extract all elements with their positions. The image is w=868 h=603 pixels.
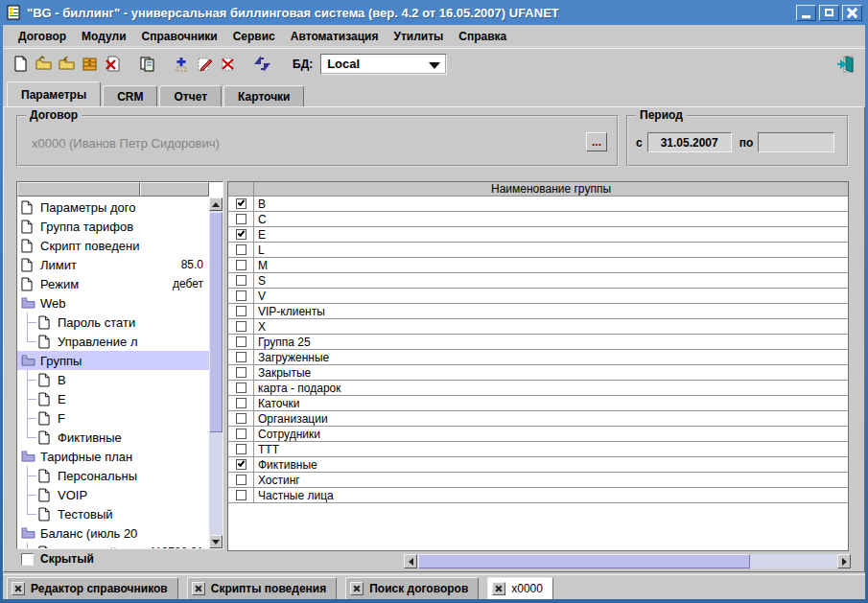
delete-record-button[interactable]	[216, 53, 239, 76]
task-tab[interactable]: х0000	[487, 577, 553, 599]
group-checkbox[interactable]	[236, 275, 246, 286]
group-checkbox[interactable]	[236, 352, 246, 362]
group-checkbox[interactable]	[236, 290, 246, 301]
table-row[interactable]: X	[228, 319, 848, 335]
add-record-button[interactable]	[170, 53, 193, 76]
group-checkbox[interactable]	[236, 306, 246, 316]
close-tab-button[interactable]	[12, 582, 25, 595]
tree-item[interactable]: Лимит85.0	[17, 255, 209, 274]
close-tab-button[interactable]	[492, 582, 505, 595]
menu-item[interactable]: Договор	[11, 30, 74, 43]
new-document-button[interactable]	[9, 53, 32, 76]
tree-item[interactable]: Тестовый	[17, 504, 209, 523]
tree-item[interactable]: Web	[17, 293, 209, 313]
tree-item[interactable]: Фиктивные	[17, 428, 209, 447]
table-row[interactable]: S	[228, 273, 848, 289]
tab-параметры[interactable]: Параметры	[7, 81, 101, 106]
table-row[interactable]: Организации	[228, 411, 848, 427]
table-row[interactable]: Фиктивные	[228, 457, 848, 473]
group-checkbox[interactable]	[236, 398, 246, 408]
scroll-down-button[interactable]	[209, 535, 223, 548]
tree-item[interactable]: Тарифные план	[17, 447, 209, 466]
table-horizontal-scrollbar[interactable]	[404, 554, 851, 568]
group-checkbox[interactable]	[236, 367, 246, 378]
menu-item[interactable]: Сервис	[225, 30, 283, 43]
tree-item[interactable]: Пароль стати	[17, 313, 209, 332]
table-row[interactable]: Загруженные	[228, 350, 848, 365]
menu-item[interactable]: Модули	[74, 30, 133, 43]
tree-item[interactable]: Группы	[17, 351, 209, 370]
group-name-column-header[interactable]: Наименование группы	[254, 182, 848, 196]
tree-item[interactable]: Группа тарифов	[17, 217, 209, 236]
db-combobox[interactable]: Local	[320, 54, 447, 75]
tree-item[interactable]: Скрипт поведени	[17, 236, 209, 255]
group-checkbox[interactable]	[236, 429, 246, 439]
group-checkbox[interactable]	[236, 459, 246, 470]
group-checkbox[interactable]	[236, 229, 246, 240]
tree-header-cell[interactable]	[140, 182, 209, 197]
table-row[interactable]: L	[228, 243, 848, 258]
close-button[interactable]	[842, 5, 862, 21]
scroll-left-button[interactable]	[404, 554, 417, 568]
edit-record-button[interactable]	[193, 53, 216, 76]
group-checkbox[interactable]	[236, 413, 246, 424]
table-row[interactable]: V	[228, 289, 848, 304]
group-checkbox[interactable]	[236, 383, 246, 393]
period-to-field[interactable]	[758, 132, 834, 152]
delete-document-button[interactable]	[101, 53, 124, 76]
period-from-field[interactable]: 31.05.2007	[647, 132, 732, 152]
tree-item[interactable]: E	[17, 389, 209, 408]
hidden-checkbox[interactable]	[21, 553, 34, 566]
table-row[interactable]: TTT	[228, 442, 848, 457]
table-row[interactable]: E	[228, 227, 848, 243]
tree-item[interactable]: Персональны	[17, 466, 209, 485]
table-row[interactable]: карта - подарок	[228, 381, 848, 396]
contract-browse-button[interactable]: ...	[586, 132, 607, 151]
import-folder-button[interactable]	[55, 53, 78, 76]
scrollbar-thumb[interactable]	[418, 554, 750, 568]
tree-header-cell[interactable]	[17, 182, 140, 197]
group-checkbox[interactable]	[236, 490, 246, 500]
table-row[interactable]: Закрытые	[228, 365, 848, 381]
tree-vertical-scrollbar[interactable]	[209, 197, 223, 548]
table-row[interactable]: B	[228, 197, 848, 212]
table-row[interactable]: Хостинг	[228, 473, 848, 488]
table-row[interactable]: VIP-клиенты	[228, 304, 848, 319]
tab-карточки[interactable]: Карточки	[223, 85, 304, 106]
table-row[interactable]: Частные лица	[228, 488, 848, 503]
checkbox-column-header[interactable]	[228, 182, 254, 196]
group-checkbox[interactable]	[236, 336, 246, 347]
task-tab[interactable]: Поиск договоров	[345, 577, 479, 599]
minimize-button[interactable]	[796, 5, 816, 21]
close-tab-button[interactable]	[192, 582, 205, 595]
tree-item[interactable]: Управление л	[17, 332, 209, 351]
menu-item[interactable]: Справка	[451, 30, 514, 43]
tree-item[interactable]: Входящий110739.91	[17, 543, 209, 548]
close-tab-button[interactable]	[350, 582, 364, 595]
scroll-up-button[interactable]	[209, 197, 223, 211]
table-row[interactable]: C	[228, 212, 848, 227]
menu-item[interactable]: Автоматизация	[283, 30, 387, 43]
tree-item[interactable]: F	[17, 408, 209, 428]
exit-button[interactable]	[834, 53, 857, 76]
chevron-down-icon[interactable]	[429, 62, 440, 69]
menu-item[interactable]: Утилиты	[386, 30, 451, 43]
journal-button[interactable]	[78, 53, 101, 76]
scroll-right-button[interactable]	[837, 554, 851, 568]
tab-отчет[interactable]: Отчет	[159, 85, 222, 106]
tree-item[interactable]: VOIP	[17, 485, 209, 504]
open-folder-button[interactable]	[32, 53, 55, 76]
group-checkbox[interactable]	[236, 214, 246, 224]
maximize-button[interactable]	[819, 5, 839, 21]
task-tab[interactable]: Редактор справочников	[7, 577, 178, 599]
group-checkbox[interactable]	[236, 321, 246, 332]
group-checkbox[interactable]	[236, 444, 246, 454]
copy-document-button[interactable]	[135, 53, 158, 76]
scrollbar-thumb[interactable]	[209, 212, 223, 432]
group-checkbox[interactable]	[236, 198, 246, 209]
tree-item[interactable]: B	[17, 370, 209, 389]
group-checkbox[interactable]	[236, 260, 246, 270]
tree-item[interactable]: Режимдебет	[17, 274, 209, 293]
table-row[interactable]: M	[228, 258, 848, 273]
task-tab[interactable]: Скрипты поведения	[187, 577, 337, 599]
